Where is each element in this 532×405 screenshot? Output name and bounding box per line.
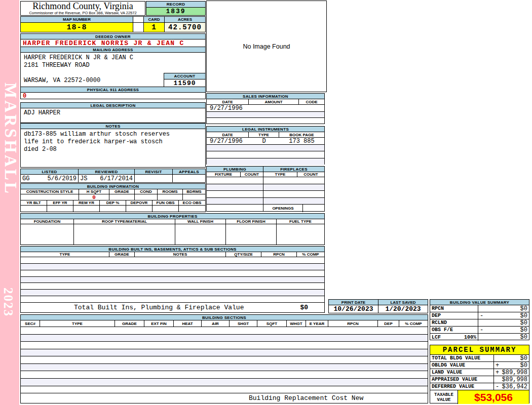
blank-row xyxy=(21,379,428,386)
blank-row xyxy=(207,177,263,184)
instrument-type: D xyxy=(249,138,279,145)
building-sections-label: BUILDING SECTIONS xyxy=(21,315,428,320)
rooms-value xyxy=(158,194,183,200)
col-notes: NOTES xyxy=(135,252,226,257)
col-sqft: SQFT xyxy=(257,320,287,327)
built-ins-label: BUILDING BUILT INS, BASEMENTS, ATTICS & … xyxy=(21,247,324,252)
card-label: CARD xyxy=(144,17,165,22)
account-value: 11590 xyxy=(164,79,205,87)
legal-instrument-row: 9/27/1996 D 173 885 xyxy=(207,138,324,145)
blank-row xyxy=(263,177,324,184)
col-depovr: DEPOVR xyxy=(126,200,153,205)
col-sec: SEC# xyxy=(21,320,40,327)
rem-yr-value xyxy=(73,206,100,212)
bvs-row-rpcn: RPCN $0 xyxy=(430,305,529,312)
col-type: TYPE xyxy=(263,172,297,177)
blank-row xyxy=(263,184,324,191)
revisit-label: REVISIT xyxy=(135,169,173,174)
yr-blt-value xyxy=(21,206,47,212)
row-op: - xyxy=(496,383,499,390)
notes-line: life int to frederick harper-wa stosch xyxy=(24,138,205,146)
blank-row xyxy=(21,257,324,264)
col-fuel-type: FUEL TYPE xyxy=(277,219,324,224)
building-value-summary-label: BUILDING VALUE SUMMARY xyxy=(430,300,529,305)
blank-row xyxy=(207,198,263,205)
row-op: + xyxy=(496,362,499,369)
col-pct-comp: % COMP xyxy=(399,320,428,327)
col-eff-yr: EFF YR xyxy=(47,200,73,205)
blank-row xyxy=(21,290,324,296)
building-properties-values xyxy=(21,224,324,245)
building-sections-table: BUILDING SECTIONS SEC# TYPE GRADE EXT FI… xyxy=(20,314,428,403)
instrument-date: 9/27/1996 xyxy=(207,138,249,145)
parcel-row-obldg: OBLDG VALUE +$0 xyxy=(430,362,529,369)
blank-row xyxy=(21,283,324,290)
col-eco-obs: ECO OBS xyxy=(179,200,205,205)
notes-block: NOTES db173-885 william arthur stosch re… xyxy=(20,123,206,168)
row-label: APPRAISED VALUE xyxy=(430,376,494,383)
print-date-label: PRINT DATE xyxy=(329,300,378,305)
col-rooms: ROOMS xyxy=(158,189,183,194)
row-label: DEP xyxy=(432,313,441,318)
col-floor-finish: FLOOR FINISH xyxy=(226,219,277,224)
bvs-row-lcf: LCF100% $0 xyxy=(430,334,529,341)
appeals-cell xyxy=(173,175,205,182)
plumbing-table: PLUMBING FIXTURE COUNT xyxy=(206,166,263,212)
cond-value xyxy=(135,194,158,200)
legal-instruments-table: LEGAL INSTRUMENTS DATE TYPE BOOK PAGE 9/… xyxy=(206,126,325,165)
col-air: AIR xyxy=(202,320,230,327)
vendor-watermark: MARSHALL xyxy=(1,83,20,195)
appeals-label: APPEALS xyxy=(173,169,205,174)
year-watermark: 2023 xyxy=(1,288,15,317)
notes-label: NOTES xyxy=(21,124,205,129)
map-number-label: MAP NUMBER xyxy=(21,17,133,22)
record-value: 1839 xyxy=(146,8,205,15)
sales-row: 9/27/1996 xyxy=(207,105,324,112)
account-label: ACCOUNT xyxy=(164,73,205,79)
building-sections-footer: Building Replacement Cost New xyxy=(21,393,428,403)
blank-row xyxy=(263,191,324,198)
col-pct-comp: % COMP xyxy=(297,252,324,257)
record-table: RECORD 1839 xyxy=(146,1,206,16)
blank-row xyxy=(207,158,324,165)
taxable-label: TAXABLE VALUE xyxy=(430,390,458,404)
row-value: $89,998 xyxy=(502,369,527,376)
map-number-value: 18-8 xyxy=(21,23,133,32)
review-table: LISTED REVIEWED REVISIT APPEALS GG 5/6/2… xyxy=(20,169,206,183)
floor-finish-value xyxy=(226,224,277,245)
row-value: $0 xyxy=(520,362,527,369)
blank-row xyxy=(207,112,324,118)
col-rem-yr: REM YR xyxy=(73,200,100,205)
col-count: COUNT xyxy=(241,172,263,177)
row-label: RCLND xyxy=(432,320,447,326)
row-label: OBS F/E xyxy=(432,327,453,333)
blank-row xyxy=(21,356,428,364)
col-h-sqft: H SQFT xyxy=(79,189,109,194)
legal-description-label: LEGAL DESCRIPTION xyxy=(21,103,205,108)
reviewed-label: REVIEWED xyxy=(79,169,135,174)
record-label: RECORD xyxy=(146,2,205,8)
revisit-cell xyxy=(135,175,173,182)
built-ins-table: BUILDING BUILT INS, BASEMENTS, ATTICS & … xyxy=(20,246,325,313)
blank-row xyxy=(21,386,428,394)
county-title: Richmond County, Virginia xyxy=(21,2,145,11)
blank-row xyxy=(207,118,324,125)
row-label: DEFERRED VALUE xyxy=(430,383,494,390)
row-value: $0 xyxy=(520,312,527,319)
col-grade: GRADE xyxy=(109,252,135,257)
col-book-page: BOOK PAGE xyxy=(279,132,324,137)
eff-yr-value xyxy=(47,206,73,212)
parcel-row-land: LAND VALUE +$89,998 xyxy=(430,369,529,376)
col-ext-fin: EXT FIN xyxy=(144,320,174,327)
col-grade: GRADE xyxy=(115,320,144,327)
col-qty-size: QTY/SIZE xyxy=(226,252,261,257)
row-op: - xyxy=(480,327,483,334)
col-whgt: WHGT xyxy=(287,320,306,327)
col-construction-style: CONSTRUCTION STYLE xyxy=(21,189,79,194)
eco-obs-value xyxy=(179,206,205,212)
col-fixture: FIXTURE xyxy=(207,172,241,177)
grade-value xyxy=(109,194,135,200)
col-count: COUNT xyxy=(297,172,324,177)
reviewed-by: JS xyxy=(80,175,87,182)
building-value-summary-table: BUILDING VALUE SUMMARY RPCN $0 DEP -$0 R… xyxy=(430,299,529,340)
